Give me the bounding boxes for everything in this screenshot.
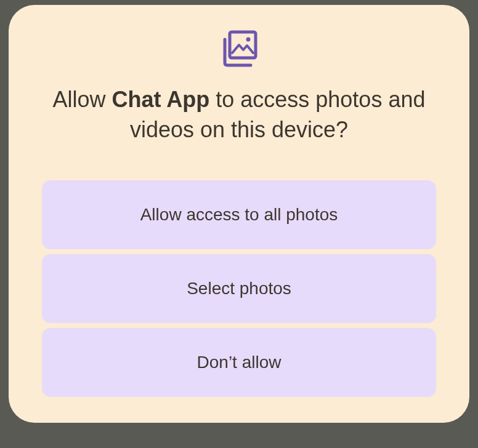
app-name: Chat App [112,87,210,112]
options-list: Allow access to all photos Select photos… [42,180,436,397]
photo-library-icon [219,28,259,71]
permission-dialog: Allow Chat App to access photos and vide… [9,5,469,423]
svg-point-1 [246,38,251,42]
option-label: Don’t allow [197,353,282,372]
option-label: Allow access to all photos [140,205,338,224]
dont-allow-button[interactable]: Don’t allow [42,328,436,397]
select-photos-button[interactable]: Select photos [42,254,436,323]
svg-rect-0 [230,32,256,58]
allow-all-button[interactable]: Allow access to all photos [42,180,436,249]
option-label: Select photos [187,279,291,298]
permission-title: Allow Chat App to access photos and vide… [42,85,436,145]
title-prefix: Allow [53,87,112,112]
